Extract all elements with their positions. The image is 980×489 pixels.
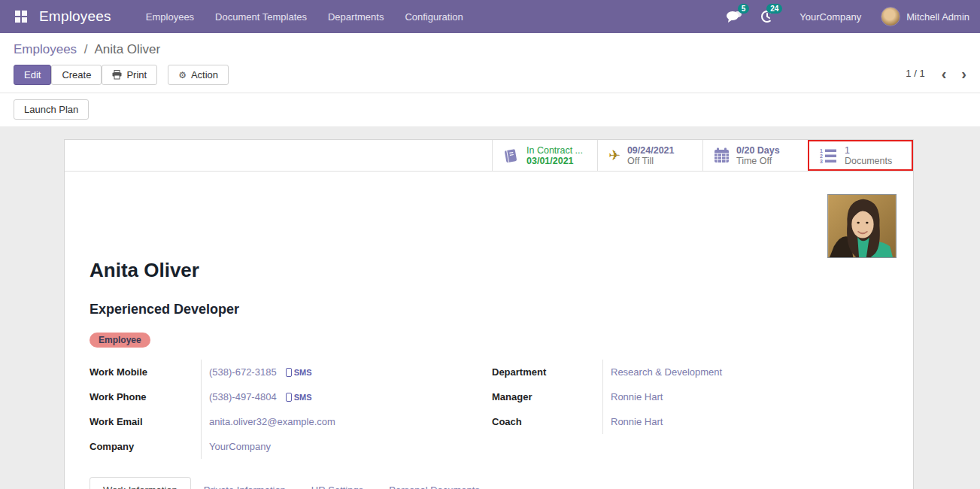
menu-document-templates[interactable]: Document Templates: [206, 2, 316, 32]
stat-off-till-label: Off Till: [627, 156, 675, 166]
pager-value: 1 / 1: [906, 68, 924, 79]
work-phone-value[interactable]: (538)-497-4804: [209, 391, 277, 402]
coach-label: Coach: [492, 416, 602, 427]
breadcrumb: Employees / Anita Oliver: [0, 33, 980, 59]
action-button[interactable]: ⚙ Action: [168, 65, 229, 85]
activities-badge: 24: [766, 4, 782, 14]
menu-configuration[interactable]: Configuration: [396, 2, 472, 32]
field-work-mobile: Work Mobile (538)-672-3185 SMS: [90, 360, 481, 384]
sheet-content: Anita Oliver Experienced Developer Emplo…: [65, 259, 913, 489]
employee-job-title: Experienced Developer: [90, 302, 913, 317]
field-work-email: Work Email anita.oliver32@example.com: [90, 409, 481, 434]
pager-previous-icon[interactable]: ‹: [942, 68, 947, 79]
company-value[interactable]: YourCompany: [209, 441, 271, 452]
right-field-group: Department Research & Development Manage…: [492, 360, 838, 459]
department-value[interactable]: Research & Development: [611, 366, 722, 378]
messages-badge: 5: [738, 4, 750, 14]
user-avatar: [881, 7, 900, 26]
field-groups: Work Mobile (538)-672-3185 SMS Work Phon…: [90, 360, 913, 459]
print-label: Print: [126, 69, 147, 80]
gear-icon: ⚙: [178, 70, 187, 80]
work-mobile-sms-button[interactable]: SMS: [286, 368, 312, 377]
work-email-label: Work Email: [90, 416, 201, 427]
pager: 1 / 1 ‹ ›: [906, 68, 966, 79]
left-field-group: Work Mobile (538)-672-3185 SMS Work Phon…: [90, 360, 481, 459]
menu-employees[interactable]: Employees: [137, 2, 203, 32]
manager-label: Manager: [492, 391, 602, 402]
stat-time-off-days: 0/20 Days: [736, 145, 780, 156]
work-email-value[interactable]: anita.oliver32@example.com: [209, 416, 335, 427]
stat-button-off-till[interactable]: ✈ 09/24/2021 Off Till: [597, 140, 702, 171]
odoo-employees-window: Employees Employees Document Templates D…: [0, 0, 980, 489]
field-manager: Manager Ronnie Hart: [492, 384, 838, 409]
app-title[interactable]: Employees: [39, 8, 111, 25]
stat-buttons-row: In Contract ... 03/01/2021 ✈ 09/24/2021 …: [65, 140, 913, 172]
stat-contract-date: 03/01/2021: [526, 156, 583, 166]
sms-label: SMS: [294, 393, 312, 402]
list-ordered-icon: 1 2 3: [820, 148, 838, 163]
svg-text:2: 2: [820, 153, 823, 159]
contract-book-icon: [503, 147, 520, 164]
messages-icon[interactable]: 5: [721, 5, 747, 28]
action-label: Action: [191, 69, 218, 80]
statusbar-row: Launch Plan: [0, 93, 980, 126]
field-work-phone: Work Phone (538)-497-4804 SMS: [90, 384, 481, 409]
user-name: Mitchell Admin: [906, 11, 969, 23]
stat-contract-status: In Contract ...: [526, 145, 583, 156]
work-mobile-label: Work Mobile: [90, 366, 201, 378]
stat-documents-label: Documents: [845, 156, 892, 166]
company-switcher[interactable]: YourCompany: [787, 11, 873, 23]
tab-work-information[interactable]: Work Information: [90, 477, 191, 489]
notebook-tabs: Work Information Private Information HR …: [90, 477, 913, 489]
user-menu[interactable]: Mitchell Admin: [881, 7, 969, 26]
employee-tag: Employee: [90, 333, 150, 348]
mobile-phone-icon: [286, 368, 292, 377]
sms-label: SMS: [294, 368, 312, 377]
tab-hr-settings[interactable]: HR Settings: [299, 478, 376, 489]
edit-create-group: Edit Create Print: [14, 65, 157, 85]
calendar-icon: [714, 147, 730, 163]
svg-text:3: 3: [820, 159, 823, 163]
employee-photo: [827, 194, 897, 258]
stat-button-documents[interactable]: 1 2 3 1 Documents: [808, 140, 913, 171]
stat-button-time-off[interactable]: 0/20 Days Time Off: [702, 140, 808, 171]
stat-documents-count: 1: [845, 145, 892, 156]
menu-departments[interactable]: Departments: [319, 2, 393, 32]
breadcrumb-separator: /: [80, 42, 92, 56]
printer-icon: [112, 70, 122, 80]
field-department: Department Research & Development: [492, 360, 838, 384]
create-button[interactable]: Create: [51, 65, 102, 85]
tab-personal-documents[interactable]: Personal Documents: [376, 478, 493, 489]
manager-value[interactable]: Ronnie Hart: [611, 391, 663, 402]
launch-plan-button[interactable]: Launch Plan: [14, 99, 89, 120]
pager-next-icon[interactable]: ›: [961, 68, 966, 79]
work-mobile-value[interactable]: (538)-672-3185: [209, 366, 277, 378]
breadcrumb-parent-link[interactable]: Employees: [14, 42, 77, 56]
systray: 5 24 YourCompany Mitchell Admin: [721, 5, 969, 28]
field-company: Company YourCompany: [90, 434, 481, 459]
action-buttons-row: Edit Create Print ⚙ Action 1 / 1: [0, 59, 980, 93]
control-panel: Employees / Anita Oliver Edit Create Pri…: [0, 33, 980, 126]
work-phone-sms-button[interactable]: SMS: [286, 393, 312, 402]
svg-text:1: 1: [820, 148, 823, 153]
stat-time-off-label: Time Off: [736, 156, 780, 166]
coach-value[interactable]: Ronnie Hart: [611, 416, 663, 427]
department-label: Department: [492, 366, 602, 378]
stat-button-contract[interactable]: In Contract ... 03/01/2021: [492, 140, 597, 171]
breadcrumb-current: Anita Oliver: [94, 42, 160, 56]
top-navbar: Employees Employees Document Templates D…: [0, 0, 980, 33]
company-label: Company: [90, 441, 201, 452]
edit-button[interactable]: Edit: [14, 65, 51, 85]
plane-icon: ✈: [608, 147, 620, 164]
employee-name: Anita Oliver: [90, 259, 913, 282]
print-button[interactable]: Print: [102, 65, 157, 85]
field-coach: Coach Ronnie Hart: [492, 409, 838, 434]
apps-menu-icon[interactable]: [15, 11, 27, 23]
app-menu: Employees Document Templates Departments…: [137, 2, 472, 32]
tab-private-information[interactable]: Private Information: [191, 478, 299, 489]
mobile-phone-icon: [286, 393, 292, 402]
work-phone-label: Work Phone: [90, 391, 201, 402]
activities-icon[interactable]: 24: [754, 5, 780, 28]
employee-form-sheet: In Contract ... 03/01/2021 ✈ 09/24/2021 …: [64, 139, 914, 489]
stat-off-till-date: 09/24/2021: [627, 145, 675, 156]
